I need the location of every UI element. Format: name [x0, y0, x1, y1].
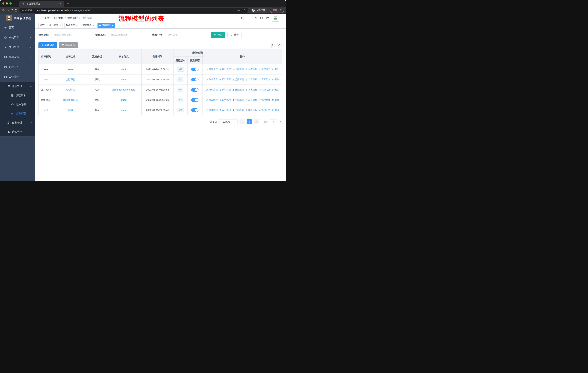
active-toggle[interactable] — [191, 88, 199, 92]
cell-form-link[interactable]: /bpm/oa/leave/create — [106, 85, 142, 95]
process-name-input[interactable]: 请输入流程名称 — [108, 32, 149, 38]
cell-form-link[interactable]: biubiu — [106, 64, 142, 74]
action-hand-link[interactable]: 发布流程 — [245, 98, 257, 101]
action-usersolid-link[interactable]: 分配规则 — [232, 88, 244, 91]
prev-page-button[interactable] — [240, 119, 245, 124]
tag-item[interactable]: 流程表单✕ — [81, 23, 96, 28]
action-gearsm-link[interactable]: 设计流程 — [219, 109, 231, 112]
action-gearsm-link[interactable]: 设计流程 — [219, 98, 231, 101]
action-hand-link[interactable]: 发布流程 — [245, 68, 257, 71]
user-avatar[interactable] — [272, 15, 279, 22]
sidebar-collapse-icon[interactable] — [38, 16, 42, 20]
refresh-table-button[interactable] — [277, 43, 282, 48]
action-pen-link[interactable]: 修改流程 — [206, 68, 218, 71]
action-pen-link[interactable]: 修改流程 — [206, 88, 218, 91]
action-trash-link[interactable]: 删除 — [272, 78, 279, 81]
sidebar-item[interactable]: 流程表单 — [0, 91, 35, 100]
tag-item[interactable]: 我的流程✕ — [64, 23, 79, 28]
action-pennib-link[interactable]: 流程定义 — [259, 98, 270, 101]
action-trash-link[interactable]: 删除 — [272, 98, 279, 101]
sidebar-item[interactable]: ¥支付管理 — [0, 42, 35, 52]
sidebar-item[interactable]: 系统管理 — [0, 33, 35, 42]
import-process-button[interactable]: 导入流程 — [59, 42, 78, 48]
tag-close-icon[interactable]: ✕ — [92, 24, 94, 27]
macos-window-controls[interactable] — [0, 2, 14, 5]
not-secure-warning-icon[interactable] — [21, 9, 24, 11]
browser-tab[interactable]: 芋道管理系统 ✕ — [19, 1, 64, 7]
cell-form-link[interactable]: biubiu — [106, 95, 142, 105]
bookmark-star-icon[interactable] — [243, 9, 246, 12]
password-key-icon[interactable] — [237, 9, 240, 12]
breadcrumb-item[interactable]: 首页 — [44, 16, 49, 20]
chrome-update-button[interactable]: 更新 — [270, 8, 284, 13]
text-size-icon[interactable]: tT — [266, 17, 269, 20]
action-trash-link[interactable]: 删除 — [272, 109, 279, 112]
maximize-window-button[interactable] — [10, 2, 12, 5]
action-usersolid-link[interactable]: 分配规则 — [232, 68, 244, 71]
tab-close-icon[interactable]: ✕ — [59, 2, 62, 5]
sidebar-item[interactable]: 流程模型 — [0, 109, 35, 118]
sidebar-item[interactable]: 用户分组 — [0, 100, 35, 109]
breadcrumb-item[interactable]: 工作流程 — [53, 16, 63, 20]
breadcrumb-item[interactable]: 流程管理 — [67, 16, 78, 20]
sidebar-item[interactable]: 任务管理 — [0, 118, 35, 127]
active-toggle[interactable] — [191, 78, 199, 81]
action-pennib-link[interactable]: 流程定义 — [259, 68, 270, 71]
forward-icon[interactable] — [6, 9, 10, 12]
action-gearsm-link[interactable]: 设计流程 — [219, 78, 231, 81]
action-hand-link[interactable]: 发布流程 — [245, 109, 257, 112]
cell-process-name-link[interactable]: 滔博 — [53, 105, 88, 115]
reset-button[interactable]: 重置 — [228, 32, 242, 38]
new-tab-button[interactable]: + — [67, 2, 69, 5]
browser-menu-dots-icon[interactable] — [279, 9, 282, 12]
tag-item[interactable]: 首页 — [38, 23, 46, 28]
page-1-button[interactable]: 1 — [247, 119, 252, 124]
cell-process-name-link[interactable]: 自己审批 — [53, 74, 88, 85]
cell-process-name-link[interactable]: OA 请假 — [53, 85, 88, 95]
action-gearsm-link[interactable]: 设计流程 — [219, 68, 231, 71]
help-question-icon[interactable] — [253, 16, 257, 20]
action-gearsm-link[interactable]: 设计流程 — [219, 88, 231, 91]
sidebar-item[interactable]: 基础设施 — [0, 52, 35, 62]
action-pen-link[interactable]: 修改流程 — [206, 98, 218, 101]
action-pen-link[interactable]: 修改流程 — [206, 109, 218, 112]
home-icon[interactable] — [14, 9, 18, 12]
cell-process-name-link[interactable]: 测试多审批人 — [53, 95, 88, 105]
tag-close-icon[interactable]: ✕ — [59, 24, 61, 27]
sidebar-logo[interactable]: 芋道管理系统 — [0, 14, 35, 23]
reload-icon[interactable] — [10, 9, 13, 12]
close-window-button[interactable] — [2, 2, 4, 5]
back-icon[interactable] — [2, 9, 5, 12]
sidebar-item[interactable]: 工作流程 — [0, 72, 35, 82]
cell-form-link[interactable]: biubiu — [106, 105, 142, 115]
show-search-toggle-button[interactable] — [270, 43, 275, 48]
action-pennib-link[interactable]: 流程定义 — [259, 109, 270, 112]
action-usersolid-link[interactable]: 分配规则 — [232, 98, 244, 101]
tag-item[interactable]: 租户管理✕ — [48, 23, 63, 28]
github-icon[interactable] — [247, 16, 251, 20]
action-usersolid-link[interactable]: 分配规则 — [232, 109, 244, 112]
category-select[interactable]: 流程分类 — [165, 32, 206, 38]
sidebar-item[interactable]: 请假查询 — [0, 127, 35, 136]
tag-close-icon[interactable]: ✕ — [76, 24, 78, 27]
action-usersolid-link[interactable]: 分配规则 — [232, 78, 244, 81]
goto-page-input[interactable] — [270, 119, 277, 124]
tag-close-icon[interactable]: ✕ — [112, 24, 113, 27]
minimize-window-button[interactable] — [6, 2, 8, 5]
process-key-input[interactable]: 请输入流程标识 — [51, 32, 92, 38]
cell-form-link[interactable]: biubiu — [106, 74, 142, 85]
action-trash-link[interactable]: 删除 — [272, 68, 279, 71]
sidebar-item[interactable]: 研发工具 — [0, 62, 35, 72]
action-hand-link[interactable]: 发布流程 — [245, 78, 257, 81]
action-pen-link[interactable]: 修改流程 — [206, 78, 218, 81]
create-process-button[interactable]: 新建流程 — [38, 42, 57, 48]
action-trash-link[interactable]: 删除 — [272, 88, 279, 91]
sidebar-item[interactable]: 首页 — [0, 23, 35, 33]
address-bar[interactable]: 不安全 dashboard.yudao.iocoder.cn /bpm/mana… — [19, 8, 248, 13]
search-button[interactable]: 搜索 — [211, 32, 225, 38]
action-pennib-link[interactable]: 流程定义 — [259, 88, 270, 91]
page-size-select[interactable]: 10条/页 — [219, 119, 238, 124]
header-search-icon[interactable] — [241, 17, 244, 20]
active-toggle[interactable] — [191, 108, 199, 112]
cell-process-name-link[interactable]: eeee — [53, 64, 88, 74]
